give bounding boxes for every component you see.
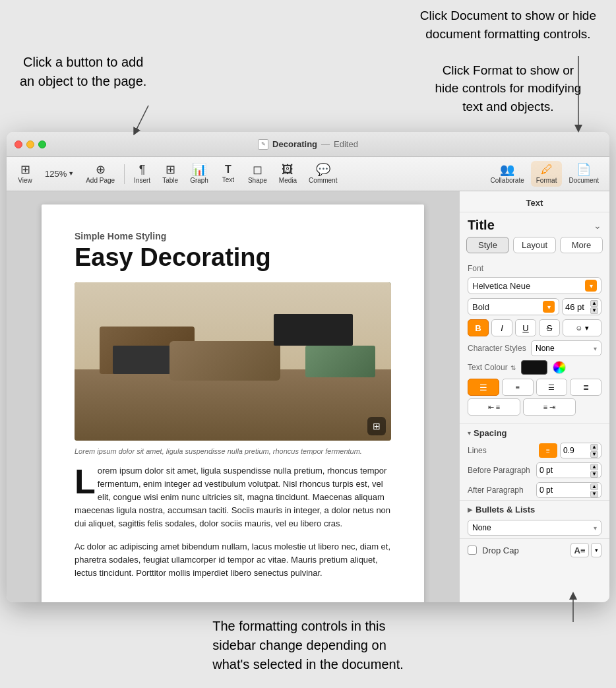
text-button[interactable]: T Text xyxy=(215,162,241,186)
minimize-button[interactable] xyxy=(26,141,34,148)
spacing-section: ▾ Spacing Lines ≡ 0.9 ▲ ▼ xyxy=(460,424,609,500)
font-size-input[interactable]: 46 pt ▲ ▼ xyxy=(562,298,601,315)
table-button[interactable]: ⊞ Table xyxy=(157,161,183,187)
spacing-header[interactable]: ▾ Spacing xyxy=(460,424,609,441)
after-para-stepper[interactable]: ▲ ▼ xyxy=(590,484,598,497)
document-button[interactable]: 📄 Document xyxy=(563,161,604,187)
view-button[interactable]: ⊞ View xyxy=(12,161,38,187)
drop-cap-label: Drop Cap xyxy=(482,546,565,555)
text-color-arrows: ⇅ xyxy=(510,364,516,371)
font-size-down[interactable]: ▼ xyxy=(590,307,598,314)
emoji-button[interactable]: ☺ ▾ xyxy=(563,319,601,336)
page-title[interactable]: Easy Decorating xyxy=(75,244,391,272)
before-para-down[interactable]: ▼ xyxy=(590,471,598,478)
comment-button[interactable]: 💬 Comment xyxy=(303,161,342,187)
format-icon: 🖊 xyxy=(541,164,553,175)
format-buttons-row: B I U S ☺ ▾ xyxy=(468,319,601,336)
lines-down[interactable]: ▼ xyxy=(590,451,598,458)
underline-button[interactable]: U xyxy=(515,319,536,336)
char-styles-label: Character Styles xyxy=(468,344,527,353)
tab-more[interactable]: More xyxy=(560,237,603,253)
sidebar-header: Text xyxy=(460,191,609,212)
sidebar: Text Title ⌄ Style Layout More Fo xyxy=(459,191,609,602)
toolbar: ⊞ View 125%▼ 125% ⊕ Add Page ¶ Insert ⊞ … xyxy=(7,157,609,191)
toolbar-right-group: 👥 Collaborate 🖊 Format 📄 Document xyxy=(485,161,604,187)
font-size-up[interactable]: ▲ xyxy=(590,300,598,307)
drop-cap-section: Drop Cap A≡ ▾ xyxy=(460,538,609,561)
char-styles-select[interactable]: None ▾ xyxy=(531,340,601,356)
format-button[interactable]: 🖊 Format xyxy=(531,161,563,187)
bullets-header[interactable]: ▶ Bullets & Lists xyxy=(460,501,609,517)
font-section-label: Font xyxy=(468,264,601,273)
bullets-select[interactable]: None ▾ xyxy=(468,520,601,536)
drop-cap-paragraph[interactable]: L orem ipsum dolor sit amet, ligula susp… xyxy=(75,464,391,531)
font-weight-select[interactable]: Bold ▾ xyxy=(468,298,559,315)
font-section: Font Helvetica Neue ▾ Bold ▾ 46 pt xyxy=(460,259,609,424)
font-name-orange-btn[interactable]: ▾ xyxy=(585,280,597,292)
sidebar-tabs: Style Layout More xyxy=(460,237,609,259)
fullscreen-button[interactable] xyxy=(38,141,46,148)
content-area: Simple Home Styling Easy Decorating ⊞ Lo… xyxy=(7,191,609,602)
after-para-row: After Paragraph 0 pt ▲ ▼ xyxy=(460,480,609,500)
bullets-chevron-icon: ▶ xyxy=(468,506,473,513)
before-para-up[interactable]: ▲ xyxy=(590,464,598,470)
drop-cap-checkbox[interactable] xyxy=(468,546,477,555)
lines-type-select[interactable]: ≡ xyxy=(539,443,557,458)
page-image[interactable]: ⊞ xyxy=(75,282,391,441)
indent-decrease-button[interactable]: ⇤ ≡ xyxy=(468,398,520,416)
image-caption: Lorem ipsum dolor sit amet, ligula suspe… xyxy=(75,447,391,455)
page-subtitle: Simple Home Styling xyxy=(75,231,391,241)
lines-value: 0.9 xyxy=(563,446,590,455)
after-para-up[interactable]: ▲ xyxy=(590,484,598,490)
tab-style[interactable]: Style xyxy=(466,237,509,253)
font-name-select[interactable]: Helvetica Neue ▾ xyxy=(468,277,601,294)
after-para-down[interactable]: ▼ xyxy=(590,491,598,497)
zoom-button[interactable]: 125%▼ 125% xyxy=(40,167,79,181)
close-button[interactable] xyxy=(15,141,22,148)
shape-icon: ◻ xyxy=(253,164,262,175)
align-right-button[interactable]: ☰ xyxy=(536,379,568,396)
drop-cap-chevron[interactable]: ▾ xyxy=(591,543,601,557)
bullets-label: Bullets & Lists xyxy=(476,505,535,515)
insert-button[interactable]: ¶ Insert xyxy=(129,161,156,187)
italic-button[interactable]: I xyxy=(491,319,512,336)
align-left-button[interactable]: ☰ xyxy=(468,379,499,396)
strikethrough-button[interactable]: S xyxy=(539,319,560,336)
annotation-left: Click a button to add an object to the p… xyxy=(20,53,146,132)
font-size-stepper[interactable]: ▲ ▼ xyxy=(590,300,598,314)
font-name-row: Helvetica Neue ▾ xyxy=(468,277,601,294)
toolbar-insert-group: ¶ Insert ⊞ Table 📊 Graph T Text ◻ Shape … xyxy=(129,161,342,187)
shape-button[interactable]: ◻ Shape xyxy=(243,161,272,187)
lines-up[interactable]: ▲ xyxy=(590,444,598,451)
insert-icon: ¶ xyxy=(139,164,146,175)
sidebar-style-row[interactable]: Title ⌄ xyxy=(460,212,609,237)
bullets-value-row: None ▾ xyxy=(460,517,609,538)
char-styles-chevron: ▾ xyxy=(594,345,597,352)
color-wheel-button[interactable] xyxy=(553,361,566,374)
graph-button[interactable]: 📊 Graph xyxy=(185,161,214,187)
indent-increase-button[interactable]: ≡ ⇥ xyxy=(523,398,576,416)
align-center-button[interactable]: ≡ xyxy=(502,379,534,396)
style-chevron-icon[interactable]: ⌄ xyxy=(594,220,601,231)
font-weight-orange-btn[interactable]: ▾ xyxy=(543,301,555,313)
add-page-button[interactable]: ⊕ Add Page xyxy=(80,161,120,187)
comment-icon: 💬 xyxy=(316,164,330,175)
drop-cap-style-1[interactable]: A≡ xyxy=(570,543,589,557)
char-styles-row: Character Styles None ▾ xyxy=(468,340,601,356)
before-para-label: Before Paragraph xyxy=(468,466,534,475)
image-options-button[interactable]: ⊞ xyxy=(367,417,386,435)
document-area[interactable]: Simple Home Styling Easy Decorating ⊞ Lo… xyxy=(7,191,459,602)
bold-button[interactable]: B xyxy=(468,319,489,336)
text-color-swatch[interactable] xyxy=(521,360,547,375)
align-justify-button[interactable]: ≣ xyxy=(570,379,601,396)
after-para-label: After Paragraph xyxy=(468,485,534,495)
lines-row: Lines ≡ 0.9 ▲ ▼ xyxy=(460,441,609,460)
media-button[interactable]: 🖼 Media xyxy=(274,161,302,187)
collaborate-button[interactable]: 👥 Collaborate xyxy=(485,161,530,187)
before-para-stepper[interactable]: ▲ ▼ xyxy=(590,464,598,478)
arrow-right xyxy=(569,53,588,139)
traffic-lights xyxy=(15,141,46,148)
tab-layout[interactable]: Layout xyxy=(513,237,556,253)
lines-stepper[interactable]: ▲ ▼ xyxy=(590,444,598,458)
svg-line-0 xyxy=(135,106,148,132)
